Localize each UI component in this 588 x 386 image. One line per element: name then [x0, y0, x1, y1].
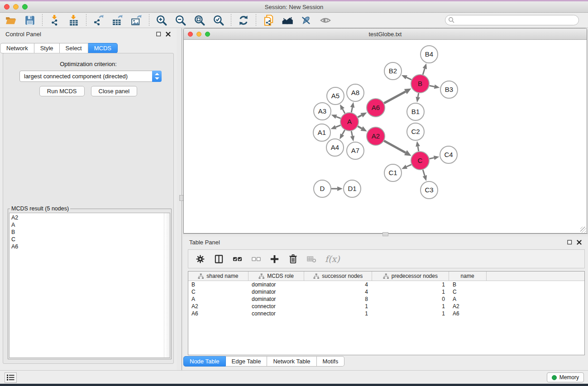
float-panel-icon[interactable] [156, 31, 162, 37]
split-column-icon[interactable] [213, 253, 224, 264]
scrollbar-track[interactable] [164, 213, 170, 357]
task-history-button[interactable] [5, 372, 17, 383]
column-header-name[interactable]: name [449, 272, 487, 281]
memory-button[interactable]: Memory [547, 372, 584, 382]
graph-node-A8[interactable]: A8 [347, 84, 364, 101]
horizontal-splitter[interactable] [183, 234, 588, 237]
network-canvas[interactable]: B4B2BB3A8A5A6A3B1AC2A1A2A4A7C4CC1C3DD1 [184, 40, 587, 233]
zoom-fit-icon[interactable] [193, 14, 206, 27]
graph-node-C3[interactable]: C3 [421, 181, 438, 199]
graph-node-B3[interactable]: B3 [440, 81, 458, 98]
graph-edge-A-A5[interactable] [343, 109, 345, 114]
delete-column-icon[interactable] [287, 253, 298, 264]
column-header-predecessor-nodes[interactable]: predecessor nodes [372, 272, 449, 281]
eye-icon[interactable] [319, 14, 332, 27]
graph-edge-C-C4[interactable] [430, 158, 434, 159]
graph-edge-A-A1[interactable] [336, 125, 341, 127]
table-row[interactable]: Cdominator41C [188, 288, 584, 295]
import-network-icon[interactable] [48, 14, 61, 27]
export-network-icon[interactable] [92, 14, 105, 27]
tab-motifs[interactable]: Motifs [317, 356, 345, 367]
network-window-titlebar[interactable]: testGlobe.txt [184, 29, 587, 40]
select-all-icon[interactable] [232, 253, 243, 264]
tab-node-table[interactable]: Node Table [183, 356, 226, 367]
run-mcds-button[interactable]: Run MCDS [39, 86, 85, 96]
graph-node-B2[interactable]: B2 [384, 62, 402, 80]
mcds-result-list[interactable]: A2ABCA6 [9, 213, 170, 358]
graph-node-A2[interactable]: A2 [367, 127, 385, 145]
graph-node-A5[interactable]: A5 [327, 87, 344, 105]
export-table-icon[interactable] [111, 14, 124, 27]
graph-edge-B-B3[interactable] [430, 86, 435, 86]
network-maximize-button[interactable] [205, 32, 210, 37]
open-session-icon[interactable] [5, 14, 17, 27]
graph-node-B1[interactable]: B1 [407, 103, 424, 120]
home-icon[interactable] [281, 14, 294, 27]
add-column-icon[interactable] [269, 253, 280, 264]
graph-node-A7[interactable]: A7 [347, 142, 364, 159]
column-header-shared-name[interactable]: shared name [188, 272, 249, 281]
mcds-result-item[interactable]: A2 [11, 214, 170, 221]
export-image-icon[interactable] [130, 14, 143, 27]
hide-details-icon[interactable] [300, 14, 313, 27]
deselect-all-icon[interactable] [250, 253, 261, 264]
graph-node-C4[interactable]: C4 [440, 146, 457, 163]
float-panel-icon[interactable] [567, 239, 573, 245]
zoom-out-icon[interactable] [174, 14, 187, 27]
network-minimize-button[interactable] [196, 32, 201, 37]
graph-edge-A2-C[interactable] [384, 141, 406, 152]
graph-edge-A-A7[interactable] [351, 131, 352, 136]
table-row[interactable]: Adominator80A [188, 295, 584, 303]
mcds-result-item[interactable]: B [11, 229, 170, 236]
column-header-successor-nodes[interactable]: successor nodes [304, 272, 372, 281]
tab-network-table[interactable]: Network Table [267, 356, 316, 367]
graph-node-C1[interactable]: C1 [384, 164, 402, 181]
graph-node-A3[interactable]: A3 [314, 103, 331, 120]
resize-grip[interactable] [580, 227, 586, 233]
graph-edge-A-A8[interactable] [351, 107, 352, 112]
graph-edge-A-A2[interactable] [358, 126, 362, 129]
graph-node-A4[interactable]: A4 [326, 139, 344, 156]
mcds-result-item[interactable]: A6 [11, 243, 170, 250]
gear-icon[interactable] [195, 253, 206, 264]
mcds-result-item[interactable]: A [11, 221, 170, 229]
graph-node-A[interactable]: A [340, 113, 359, 131]
maximize-window-button[interactable] [22, 4, 28, 10]
refresh-icon[interactable] [237, 14, 250, 27]
graph-edge-A-A3[interactable] [336, 117, 341, 119]
graph-edge-C-C1[interactable] [406, 165, 411, 167]
graph-node-B[interactable]: B [411, 75, 429, 93]
graph-edge-B-B2[interactable] [406, 77, 411, 80]
graph-edge-B-B4[interactable] [423, 68, 425, 75]
close-panel-icon[interactable] [166, 31, 171, 37]
tab-style[interactable]: Style [34, 43, 60, 53]
zoom-in-icon[interactable] [155, 14, 168, 27]
close-window-button[interactable] [4, 4, 10, 10]
splitter-handle[interactable] [382, 232, 388, 236]
tab-edge-table[interactable]: Edge Table [226, 356, 268, 367]
graph-node-C[interactable]: C [411, 152, 429, 170]
mcds-result-item[interactable]: C [11, 236, 170, 243]
graph-edge-A-A6[interactable] [358, 115, 362, 118]
network-close-button[interactable] [188, 32, 193, 37]
tab-network[interactable]: Network [0, 43, 34, 53]
graph-edge-C-C3[interactable] [423, 170, 425, 176]
zoom-selected-icon[interactable] [212, 14, 225, 27]
table-row[interactable]: A2connector11A2 [188, 303, 584, 310]
graph-edge-C-C2[interactable] [418, 147, 419, 152]
import-table-icon[interactable] [67, 14, 80, 27]
table-row[interactable]: Bdominator41B [188, 281, 584, 288]
graph-node-D1[interactable]: D1 [344, 180, 361, 197]
column-header-MCDS-role[interactable]: MCDS role [249, 272, 305, 281]
optimization-criterion-select[interactable]: largest connected component (directed) [19, 71, 162, 82]
graph-node-C2[interactable]: C2 [407, 123, 424, 140]
vertical-splitter[interactable] [177, 28, 183, 370]
close-panel-icon[interactable] [577, 239, 582, 245]
tab-mcds[interactable]: MCDS [88, 43, 118, 53]
search-input[interactable] [445, 15, 579, 25]
graph-node-A6[interactable]: A6 [367, 99, 385, 117]
save-session-icon[interactable] [24, 14, 36, 27]
tab-select[interactable]: Select [60, 43, 88, 53]
graph-edge-A6-B[interactable] [384, 91, 406, 103]
close-panel-button[interactable]: Close panel [91, 86, 138, 96]
